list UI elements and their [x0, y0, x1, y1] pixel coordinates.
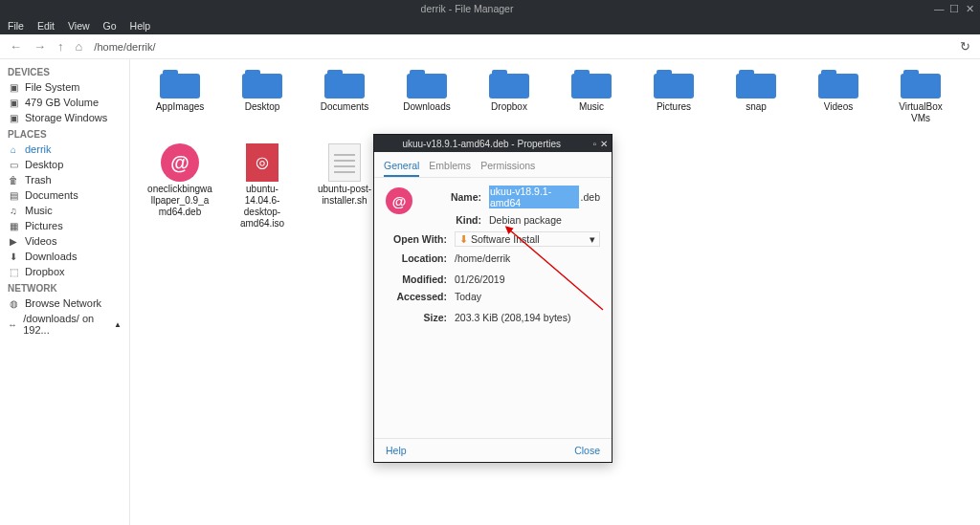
openwith-dropdown[interactable]: ⬇ Software Install ▾ — [455, 231, 600, 247]
file-item[interactable]: Desktop — [230, 67, 295, 124]
help-button[interactable]: Help — [386, 445, 407, 456]
sidebar-item[interactable]: ▭Desktop — [0, 157, 129, 172]
label-openwith: Open With: — [386, 233, 447, 245]
sidebar-item[interactable]: ▶Videos — [0, 233, 129, 249]
folder-icon — [736, 67, 776, 99]
folder-icon — [324, 67, 365, 99]
dialog-titlebar[interactable]: ukuu-v18.9.1-amd64.deb - Properties ▫ ✕ — [374, 135, 612, 152]
sidebar-item[interactable]: ▣479 GB Volume — [0, 95, 129, 110]
sidebar-item-label: Dropbox — [25, 266, 65, 277]
sidebar-item[interactable]: ▦Pictures — [0, 218, 129, 233]
name-selected: ukuu-v18.9.1-amd64 — [489, 186, 579, 208]
menu-help[interactable]: Help — [130, 20, 151, 32]
value-kind: Debian package — [489, 214, 600, 226]
tab-emblems[interactable]: Emblems — [429, 158, 471, 177]
up-icon[interactable]: ↑ — [57, 39, 64, 54]
dialog-tabs: General Emblems Permissions — [374, 152, 612, 178]
sidebar-item-icon: ▣ — [8, 113, 19, 123]
label-accessed: Accessed: — [386, 291, 447, 302]
sidebar-item[interactable]: ⬇Downloads — [0, 249, 129, 264]
sidebar-item[interactable]: 🗑Trash — [0, 172, 129, 187]
folder-icon — [571, 67, 612, 99]
breadcrumb[interactable]: /home/derrik/ — [94, 41, 155, 53]
file-item[interactable]: Downloads — [394, 67, 459, 124]
file-label: VirtualBox VMs — [888, 101, 953, 124]
sidebar-item[interactable]: ↔/downloads/ on 192...▲ — [0, 311, 129, 338]
sidebar-item-label: File System — [25, 81, 79, 93]
sidebar: DEVICES▣File System▣479 GB Volume▣Storag… — [0, 59, 130, 525]
sidebar-item-label: Trash — [25, 174, 52, 186]
sidebar-heading: PLACES — [0, 125, 129, 142]
sidebar-item-label: 479 GB Volume — [25, 97, 99, 108]
file-item[interactable]: Videos — [806, 67, 871, 124]
sidebar-item-label: derrik — [25, 143, 52, 155]
sidebar-heading: NETWORK — [0, 279, 129, 295]
folder-icon — [654, 67, 694, 99]
dialog-minimize-icon[interactable]: ▫ — [592, 139, 596, 149]
file-item[interactable]: ubuntu-14.04.6-desktop-amd64.iso — [230, 143, 295, 230]
sidebar-item-label: Videos — [25, 235, 56, 247]
label-kind: Kind: — [420, 214, 481, 226]
sidebar-item[interactable]: ⬚Dropbox — [0, 264, 129, 279]
file-label: Videos — [824, 101, 853, 113]
folder-icon — [489, 67, 529, 99]
back-icon[interactable]: ← — [10, 39, 22, 54]
forward-icon[interactable]: → — [33, 39, 46, 54]
chevron-down-icon: ▾ — [590, 233, 595, 245]
name-field[interactable]: ukuu-v18.9.1-amd64.deb — [489, 186, 600, 208]
sidebar-item-icon: ◍ — [8, 298, 19, 309]
sidebar-item[interactable]: ▤Documents — [0, 187, 129, 203]
file-item[interactable]: Music — [559, 67, 624, 124]
tab-general[interactable]: General — [384, 158, 419, 177]
file-label: Desktop — [245, 101, 280, 113]
menu-file[interactable]: File — [8, 20, 24, 32]
folder-icon — [242, 67, 282, 99]
sidebar-item[interactable]: ◍Browse Network — [0, 295, 129, 311]
menu-go[interactable]: Go — [103, 20, 117, 32]
sidebar-item-label: Documents — [25, 189, 78, 201]
value-modified: 01/26/2019 — [455, 273, 600, 285]
file-label: ubuntu-post-installer.sh — [312, 184, 377, 207]
menu-edit[interactable]: Edit — [37, 20, 55, 32]
sidebar-item-label: Music — [25, 205, 53, 216]
file-item[interactable]: snap — [724, 67, 789, 124]
menu-view[interactable]: View — [68, 20, 90, 32]
tab-permissions[interactable]: Permissions — [480, 158, 535, 177]
file-label: AppImages — [156, 101, 205, 113]
maximize-icon[interactable]: ☐ — [949, 3, 959, 14]
eject-icon[interactable]: ▲ — [114, 320, 122, 329]
value-size: 203.3 KiB (208,194 bytes) — [455, 312, 600, 323]
home-icon[interactable]: ⌂ — [76, 39, 83, 54]
value-accessed: Today — [455, 291, 600, 302]
dialog-close-icon[interactable]: ✕ — [600, 139, 608, 149]
sidebar-item-label: Storage Windows — [25, 112, 107, 123]
sidebar-item-icon: 🗑 — [8, 175, 19, 186]
close-icon[interactable]: ✕ — [965, 3, 974, 14]
file-item[interactable]: VirtualBox VMs — [888, 67, 953, 124]
file-item[interactable]: @oneclickbingwallpaper_0.9_amd64.deb — [147, 143, 212, 230]
sidebar-item-icon: ⌂ — [8, 144, 19, 155]
file-item[interactable]: Pictures — [641, 67, 706, 124]
name-ext: .deb — [581, 191, 600, 203]
sidebar-item-label: Browse Network — [25, 297, 101, 309]
folder-icon — [160, 67, 200, 99]
file-item[interactable]: AppImages — [147, 67, 212, 124]
sidebar-item-icon: ▣ — [8, 82, 19, 93]
sidebar-item[interactable]: ♫Music — [0, 203, 129, 218]
minimize-icon[interactable]: — — [934, 3, 944, 14]
folder-icon — [818, 67, 858, 99]
sidebar-item[interactable]: ▣File System — [0, 79, 129, 95]
sidebar-item-icon: ▤ — [8, 190, 19, 201]
file-item[interactable]: ubuntu-post-installer.sh — [312, 143, 377, 230]
sidebar-item[interactable]: ⌂derrik — [0, 142, 129, 157]
doc-icon — [328, 143, 361, 182]
file-item[interactable]: Dropbox — [477, 67, 542, 124]
sidebar-item-label: Desktop — [25, 159, 63, 170]
file-item[interactable]: Documents — [312, 67, 377, 124]
window-title: derrik - File Manager — [0, 3, 934, 14]
sidebar-item[interactable]: ▣Storage Windows — [0, 110, 129, 125]
close-button[interactable]: Close — [574, 445, 600, 456]
sidebar-item-icon: ▭ — [8, 160, 19, 170]
reload-icon[interactable]: ↻ — [960, 39, 970, 54]
label-name: Name: — [420, 191, 481, 203]
